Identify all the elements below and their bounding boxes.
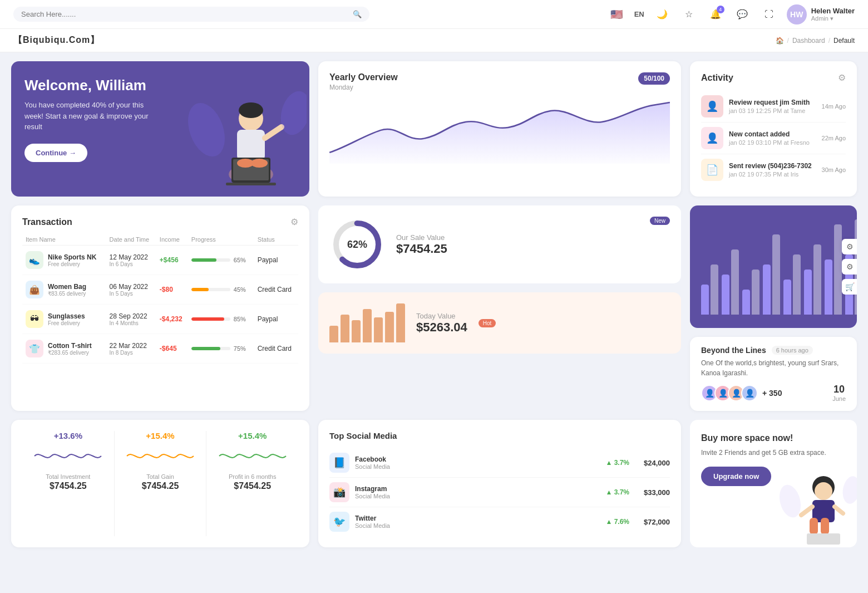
social-icon: 📸 — [329, 482, 349, 502]
item-name: Sunglasses — [48, 312, 85, 320]
upgrade-button[interactable]: Upgrade now — [701, 467, 771, 486]
bell-icon[interactable]: 🔔 4 — [707, 6, 724, 23]
today-bar — [352, 320, 361, 342]
mini-stat-amount: $7454.25 — [28, 481, 108, 491]
search-bar[interactable]: 🔍 — [13, 7, 369, 22]
transaction-header: Transaction ⚙ — [22, 217, 298, 227]
overview-progress-badge: 50/100 — [638, 72, 670, 85]
item-income: -$80 — [156, 275, 188, 305]
progress-bar — [191, 317, 230, 321]
mini-stat-wave — [34, 445, 101, 467]
activity-item-time: jan 02 19 07:35 PM at Iris — [729, 171, 816, 178]
item-progress-cell: 85% — [188, 305, 254, 334]
large-bar — [793, 254, 801, 315]
svg-point-10 — [184, 98, 231, 161]
upgrade-illustration — [779, 468, 857, 547]
flag-icon[interactable]: 🇺🇸 — [608, 6, 625, 23]
overview-title-group: Yearly Overview Monday — [329, 72, 398, 91]
item-progress-wrapper: 45% — [191, 286, 251, 293]
activity-item: 👤 Review request jim Smith jan 03 19 12:… — [701, 91, 846, 122]
overview-subtitle: Monday — [329, 84, 398, 91]
breadcrumb: 🏠 / Dashboard / Default — [776, 37, 855, 45]
mini-stat: +13.6% Total Investment $7454.25 — [22, 431, 115, 536]
activity-item-time: jan 02 19 03:10 PM at Fresno — [729, 139, 816, 146]
large-bar — [772, 234, 780, 315]
item-icon: 👕 — [26, 340, 43, 357]
svg-point-23 — [841, 475, 857, 505]
item-icon: 👜 — [26, 281, 43, 298]
breadcrumb-bar: 【Biqubiqu.Com】 🏠 / Dashboard / Default — [0, 29, 868, 52]
overview-header: Yearly Overview Monday 50/100 — [329, 72, 670, 91]
row3: +13.6% Total Investment $7454.25 +15.4% … — [0, 411, 868, 556]
svg-point-2 — [239, 102, 263, 118]
social-info: Instagram Social Media — [355, 485, 390, 499]
activity-gear-icon[interactable]: ⚙ — [838, 72, 846, 83]
item-name: Nike Sports NK — [48, 253, 96, 261]
moon-icon[interactable]: 🌙 — [653, 6, 671, 23]
item-date-cell: 28 Sep 2022 In 4 Months — [106, 305, 156, 334]
large-bar — [763, 264, 771, 315]
svg-rect-7 — [226, 183, 276, 185]
bell-badge: 4 — [717, 6, 724, 13]
side-icon-btn-3[interactable]: 🛒 — [842, 279, 857, 295]
avatar-4: 👤 — [741, 385, 758, 401]
social-icon: 📘 — [329, 453, 349, 473]
side-icon-btn-1[interactable]: ⚙ — [842, 239, 857, 254]
activity-item-title: Sent review (504)236-7302 — [729, 162, 816, 170]
continue-button[interactable]: Continue → — [24, 144, 87, 162]
social-info: Facebook Social Media — [355, 455, 390, 470]
item-text: Nike Sports NK Free delivery — [48, 253, 96, 267]
table-row: 👜 Women Bag ₹83.65 delivery 06 May 2022 … — [22, 275, 298, 305]
beyond-time-badge: 6 hours ago — [772, 346, 813, 355]
yearly-chart — [329, 97, 670, 164]
large-bar — [701, 285, 709, 315]
social-value: $33,000 — [644, 488, 670, 497]
item-icon: 🕶 — [26, 310, 43, 328]
item-name: Women Bag — [48, 283, 86, 291]
progress-fill — [191, 258, 217, 262]
item-sub: Free delivery — [48, 261, 96, 267]
activity-item-title: New contact added — [729, 130, 816, 138]
user-menu[interactable]: HW Helen Walter Admin ▾ — [787, 4, 855, 24]
yearly-overview-card: Yearly Overview Monday 50/100 — [318, 61, 681, 197]
social-card: Top Social Media 📘 Facebook Social Media… — [318, 420, 681, 547]
item-income: -$645 — [156, 334, 188, 364]
activity-thumb: 👤 — [701, 95, 723, 117]
social-growth: ▲ 3.7% — [605, 488, 629, 496]
svg-point-9 — [251, 159, 268, 168]
brand-title: 【Biqubiqu.Com】 — [13, 35, 100, 46]
item-status: Credit Card — [254, 334, 298, 364]
item-text: Women Bag ₹83.65 delivery — [48, 283, 86, 297]
social-name: Twitter — [355, 514, 390, 522]
item-date: 28 Sep 2022 — [110, 312, 153, 320]
progress-text: 75% — [234, 345, 246, 352]
item-date: 12 May 2022 — [110, 253, 153, 261]
breadcrumb-dashboard[interactable]: Dashboard — [792, 37, 825, 45]
transaction-gear-icon[interactable]: ⚙ — [290, 217, 298, 227]
mini-stat-pct: +15.4% — [212, 431, 293, 440]
activity-title: Activity — [701, 73, 733, 83]
expand-icon[interactable]: ⛶ — [760, 6, 778, 23]
social-item: 📘 Facebook Social Media ▲ 3.7% $24,000 — [329, 448, 670, 478]
progress-text: 85% — [234, 316, 246, 322]
side-icon-btn-2[interactable]: ⚙ — [842, 259, 857, 275]
svg-line-20 — [801, 507, 812, 515]
sale-title: Our Sale Value — [396, 233, 447, 242]
transaction-col-header: Status — [254, 234, 298, 246]
transaction-col-header: Item Name — [22, 234, 106, 246]
item-date-cell: 06 May 2022 In 5 Days — [106, 275, 156, 305]
beyond-header: Beyond the Lines 6 hours ago — [701, 346, 846, 355]
search-input[interactable] — [21, 10, 348, 18]
large-bar — [722, 275, 729, 315]
transaction-thead: Item NameDate and TimeIncomeProgressStat… — [22, 234, 298, 246]
svg-line-4 — [265, 127, 282, 138]
activity-info: Sent review (504)236-7302 jan 02 19 07:3… — [729, 162, 816, 178]
chat-icon[interactable]: 💬 — [733, 6, 751, 23]
social-name: Facebook — [355, 455, 390, 463]
item-days: In 8 Days — [110, 350, 153, 356]
mini-stat-label: Total Gain — [120, 473, 201, 480]
home-icon[interactable]: 🏠 — [776, 37, 784, 45]
item-income: -$4,232 — [156, 305, 188, 334]
welcome-card: Welcome, William You have completed 40% … — [11, 61, 309, 197]
star-icon[interactable]: ☆ — [680, 6, 698, 23]
